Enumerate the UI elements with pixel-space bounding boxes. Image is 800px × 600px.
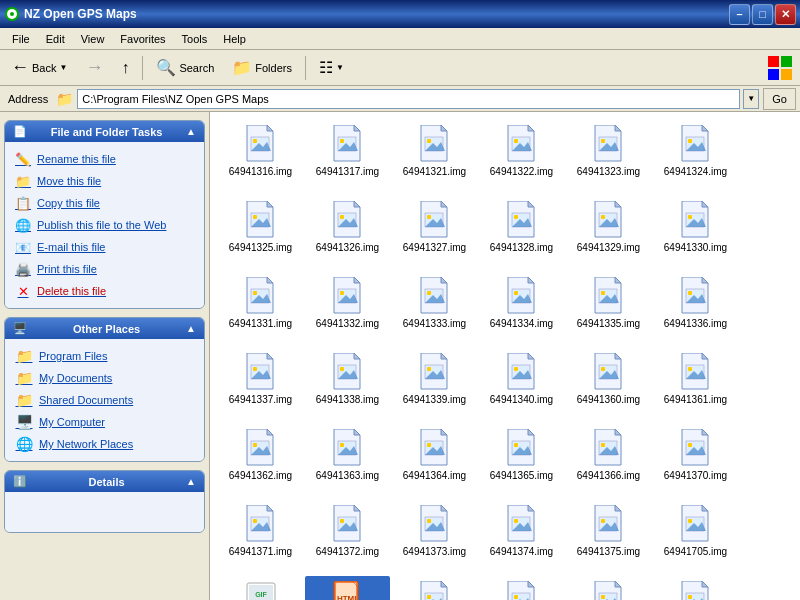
file-item[interactable]: 64941334.img [479, 272, 564, 346]
file-item[interactable]: 64941335.img [566, 272, 651, 346]
file-item[interactable]: 64941362.img [218, 424, 303, 498]
menu-view[interactable]: View [73, 31, 113, 47]
file-item[interactable]: 64941360.img [566, 348, 651, 422]
my-documents-link[interactable]: 📁 My Documents [9, 367, 200, 389]
places-header[interactable]: 🖥️ Other Places ▲ [5, 318, 204, 339]
file-item[interactable]: GIF gps box example.gif [218, 576, 303, 600]
places-collapse-icon: ▲ [186, 323, 196, 334]
svg-rect-199 [427, 595, 431, 599]
file-icon [332, 504, 364, 544]
file-item[interactable]: 64941370.img [653, 424, 738, 498]
menu-edit[interactable]: Edit [38, 31, 73, 47]
file-item[interactable]: 64941363.img [305, 424, 390, 498]
search-button[interactable]: 🔍 Search [149, 54, 221, 81]
file-item[interactable]: 64941338.img [305, 348, 390, 422]
email-task[interactable]: 📧 E-mail this file [9, 236, 200, 258]
file-item[interactable]: 64941374.img [479, 500, 564, 574]
print-task[interactable]: 🖨️ Print this file [9, 258, 200, 280]
svg-rect-115 [514, 367, 518, 371]
maximize-button[interactable]: □ [752, 4, 773, 25]
file-item[interactable]: 64941705.img [653, 500, 738, 574]
svg-rect-25 [514, 139, 518, 143]
file-icon [680, 276, 712, 316]
program-files-link[interactable]: 📁 Program Files [9, 345, 200, 367]
my-computer-link[interactable]: 🖥️ My Computer [9, 411, 200, 433]
toolbar: ← Back ▼ → ↑ 🔍 Search 📁 Folders ☷ ▼ [0, 50, 800, 86]
minimize-button[interactable]: – [729, 4, 750, 25]
views-dropdown-icon[interactable]: ▼ [336, 63, 344, 72]
file-view[interactable]: 64941316.img 64941317.img 64941321.img 6… [210, 112, 800, 600]
copy-task[interactable]: 📋 Copy this file [9, 192, 200, 214]
file-item[interactable]: NZOEXTEN... [566, 576, 651, 600]
shared-documents-link[interactable]: 📁 Shared Documents [9, 389, 200, 411]
folders-button[interactable]: 📁 Folders [225, 54, 299, 81]
up-button[interactable]: ↑ [114, 55, 136, 81]
file-item[interactable]: NZ Tourist Waypoints.... [392, 576, 477, 600]
window-controls[interactable]: – □ ✕ [729, 4, 796, 25]
file-item[interactable]: 64941339.img [392, 348, 477, 422]
svg-marker-28 [615, 125, 621, 131]
file-item[interactable]: 64941326.img [305, 196, 390, 270]
file-item[interactable]: 64941365.img [479, 424, 564, 498]
menu-tools[interactable]: Tools [174, 31, 216, 47]
file-item[interactable]: 64941328.img [479, 196, 564, 270]
svg-marker-103 [354, 353, 360, 359]
file-item[interactable]: 64941327.img [392, 196, 477, 270]
file-item[interactable]: NZOEXTEN... [479, 576, 564, 600]
folders-label: Folders [255, 62, 292, 74]
file-item[interactable]: 64941336.img [653, 272, 738, 346]
address-dropdown-button[interactable]: ▼ [743, 89, 759, 109]
delete-task[interactable]: ✕ Delete this file [9, 280, 200, 302]
network-places-link[interactable]: 🌐 My Network Places [9, 433, 200, 455]
address-input[interactable] [77, 89, 740, 109]
file-item[interactable]: 64941322.img [479, 120, 564, 194]
toolbar-separator-1 [142, 56, 143, 80]
svg-marker-143 [528, 429, 534, 435]
file-item[interactable]: 64941333.img [392, 272, 477, 346]
file-item[interactable]: 64941366.img [566, 424, 651, 498]
publish-task[interactable]: 🌐 Publish this file to the Web [9, 214, 200, 236]
menu-favorites[interactable]: Favorites [112, 31, 173, 47]
file-item[interactable]: 64941372.img [305, 500, 390, 574]
tasks-header[interactable]: 📄 File and Folder Tasks ▲ [5, 121, 204, 142]
go-button[interactable]: Go [763, 88, 796, 110]
file-item[interactable]: 64941321.img [392, 120, 477, 194]
file-item[interactable]: 64941317.img [305, 120, 390, 194]
file-item[interactable]: 64941373.img [392, 500, 477, 574]
email-icon: 📧 [15, 239, 31, 255]
rename-task[interactable]: ✏️ Rename this file [9, 148, 200, 170]
file-item[interactable]: 64941330.img [653, 196, 738, 270]
file-icon [245, 428, 277, 468]
file-item[interactable]: 64941323.img [566, 120, 651, 194]
file-item[interactable]: 64941316.img [218, 120, 303, 194]
back-dropdown-icon[interactable]: ▼ [59, 63, 67, 72]
back-button[interactable]: ← Back ▼ [4, 53, 74, 82]
details-header[interactable]: ℹ️ Details ▲ [5, 471, 204, 492]
window-title: NZ Open GPS Maps [24, 7, 729, 21]
file-item[interactable]: 64941375.img [566, 500, 651, 574]
views-icon: ☷ [319, 58, 333, 77]
file-item[interactable]: 64941364.img [392, 424, 477, 498]
file-item[interactable]: 64941325.img [218, 196, 303, 270]
email-label: E-mail this file [37, 241, 105, 253]
views-button[interactable]: ☷ ▼ [312, 54, 351, 81]
menu-file[interactable]: File [4, 31, 38, 47]
file-icon [419, 428, 451, 468]
move-task[interactable]: 📁 Move this file [9, 170, 200, 192]
file-item[interactable]: 64941332.img [305, 272, 390, 346]
forward-button[interactable]: → [78, 53, 110, 82]
file-icon [593, 580, 625, 600]
file-item[interactable]: 64941331.img [218, 272, 303, 346]
network-places-icon: 🌐 [15, 436, 33, 452]
close-button[interactable]: ✕ [775, 4, 796, 25]
file-item[interactable]: 64941324.img [653, 120, 738, 194]
file-item[interactable]: 64941371.img [218, 500, 303, 574]
menu-help[interactable]: Help [215, 31, 254, 47]
file-item[interactable]: 64941329.img [566, 196, 651, 270]
file-item[interactable]: HTML NZ Open GPS Maps Introduction.html [305, 576, 390, 600]
file-name: 64941339.img [403, 394, 466, 406]
file-item[interactable]: 64941361.img [653, 348, 738, 422]
file-item[interactable]: 64941340.img [479, 348, 564, 422]
file-item[interactable]: NZOEXTEN... [653, 576, 738, 600]
file-item[interactable]: 64941337.img [218, 348, 303, 422]
